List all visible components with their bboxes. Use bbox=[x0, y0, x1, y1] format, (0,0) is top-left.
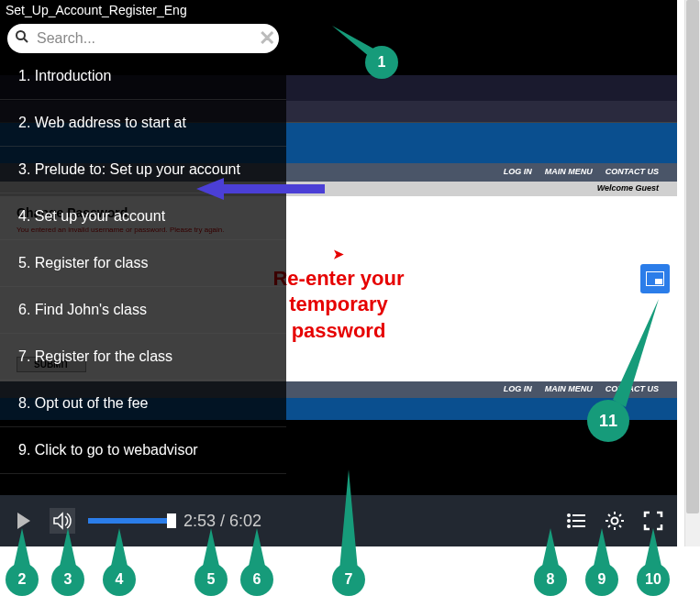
player-container: Set_Up_Account_Register_Eng ✕ 1. Introdu… bbox=[0, 0, 677, 546]
playlist-button[interactable] bbox=[563, 508, 589, 534]
toc-item[interactable]: 2. Web address to start at bbox=[0, 100, 286, 147]
svg-line-19 bbox=[608, 525, 610, 527]
table-of-contents: 1. Introduction 2. Web address to start … bbox=[0, 53, 286, 495]
svg-line-17 bbox=[608, 514, 610, 516]
title-bar: Set_Up_Account_Register_Eng bbox=[0, 0, 677, 20]
svg-rect-7 bbox=[572, 514, 585, 516]
pip-icon bbox=[646, 271, 664, 286]
svg-rect-4 bbox=[655, 279, 662, 284]
toc-item[interactable]: 1. Introduction bbox=[0, 53, 286, 100]
callout-2: 2 bbox=[6, 563, 39, 596]
scroll-thumb[interactable] bbox=[686, 0, 699, 513]
callout-9: 9 bbox=[585, 563, 618, 596]
volume-thumb[interactable] bbox=[167, 513, 176, 528]
search-input[interactable] bbox=[7, 24, 279, 53]
volume-fill bbox=[88, 518, 171, 524]
callout-7: 7 bbox=[332, 563, 365, 596]
toc-item[interactable]: 6. Find John's class bbox=[0, 287, 286, 334]
scrollbar[interactable] bbox=[684, 0, 700, 546]
callout-11: 11 bbox=[587, 400, 629, 442]
callout-8: 8 bbox=[534, 563, 567, 596]
cursor-icon: ➤ bbox=[333, 246, 344, 262]
current-time: 2:53 bbox=[183, 512, 216, 530]
volume-slider[interactable] bbox=[88, 518, 171, 524]
video-title: Set_Up_Account_Register_Eng bbox=[6, 3, 187, 17]
nav-login: LOG IN bbox=[504, 167, 532, 178]
callout-3: 3 bbox=[51, 563, 84, 596]
svg-point-8 bbox=[567, 519, 571, 523]
svg-point-10 bbox=[567, 524, 571, 528]
callout-4: 4 bbox=[103, 563, 136, 596]
footer-main-menu: MAIN MENU bbox=[545, 384, 593, 395]
nav-main-menu: MAIN MENU bbox=[545, 167, 593, 178]
controls-bar: 2:53 / 6:02 bbox=[0, 495, 677, 546]
nav-contact: CONTACT US bbox=[606, 167, 659, 178]
svg-marker-5 bbox=[54, 513, 62, 528]
svg-rect-9 bbox=[572, 520, 585, 522]
play-icon bbox=[17, 513, 30, 529]
footer-login: LOG IN bbox=[504, 384, 532, 395]
svg-point-6 bbox=[567, 513, 571, 517]
svg-marker-22 bbox=[613, 299, 659, 407]
toc-item[interactable]: 7. Register for the class bbox=[0, 334, 286, 381]
svg-point-12 bbox=[612, 518, 618, 524]
svg-line-20 bbox=[619, 514, 621, 516]
toc-item[interactable]: 8. Opt out of the fee bbox=[0, 381, 286, 427]
clear-search-icon[interactable]: ✕ bbox=[259, 27, 275, 50]
svg-line-18 bbox=[619, 525, 621, 527]
svg-marker-2 bbox=[196, 178, 325, 200]
toc-item[interactable]: 5. Register for class bbox=[0, 240, 286, 287]
callout-10: 10 bbox=[637, 563, 670, 596]
callout-6: 6 bbox=[240, 563, 273, 596]
svg-marker-21 bbox=[332, 26, 382, 62]
svg-rect-11 bbox=[572, 525, 585, 527]
list-icon bbox=[566, 513, 586, 529]
duration: 6:02 bbox=[229, 512, 261, 530]
callout-1: 1 bbox=[365, 46, 398, 79]
annotation-arrow bbox=[196, 176, 325, 202]
toc-item[interactable]: 9. Click to go to webadvisor bbox=[0, 427, 286, 474]
picture-in-picture-button[interactable] bbox=[640, 264, 670, 293]
callout-5: 5 bbox=[194, 563, 228, 596]
